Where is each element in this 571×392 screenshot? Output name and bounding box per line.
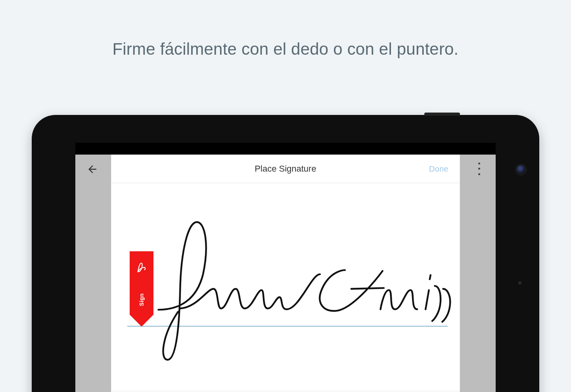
app-surface: Place Signature Done S (75, 155, 496, 392)
promo-headline: Firme fácilmente con el dedo o con el pu… (0, 40, 571, 59)
done-button[interactable]: Done (429, 164, 448, 173)
signature-canvas[interactable]: Sign (111, 183, 460, 391)
background-app-right (460, 155, 496, 392)
arrow-left-icon (86, 163, 98, 175)
device-power-button (424, 113, 460, 116)
device-screen: Place Signature Done S (75, 143, 496, 392)
handwritten-signature (155, 215, 456, 367)
back-button[interactable] (86, 163, 98, 175)
adobe-sign-icon (136, 262, 148, 273)
modal-title: Place Signature (255, 164, 316, 174)
background-app-left (75, 155, 111, 392)
tablet-frame: Place Signature Done S (32, 115, 539, 392)
device-front-camera (517, 165, 525, 174)
overflow-menu-button[interactable] (474, 161, 484, 177)
place-signature-modal: Place Signature Done S (111, 155, 460, 392)
device-microphone (518, 281, 521, 285)
dots-vertical-icon (478, 163, 480, 164)
sign-here-flag: Sign (130, 251, 153, 327)
sign-flag-label: Sign (138, 293, 145, 306)
modal-header: Place Signature Done (111, 155, 460, 183)
